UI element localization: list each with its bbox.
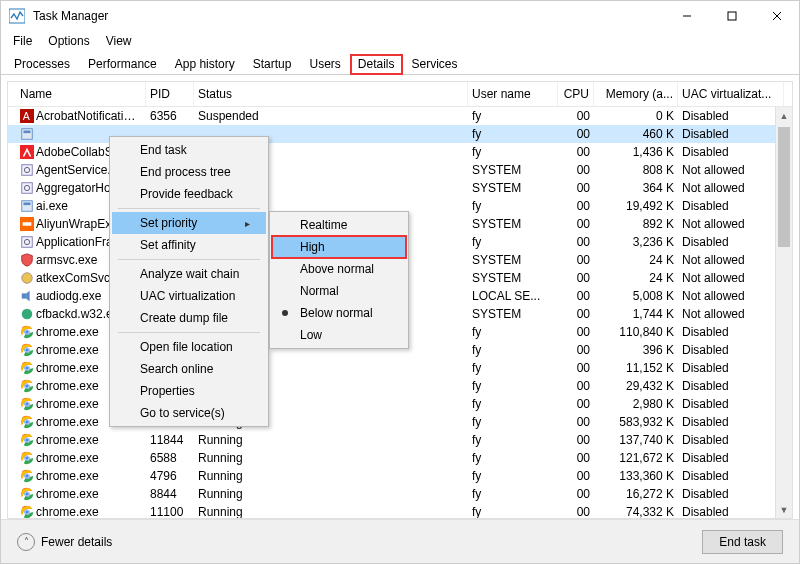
context-item-set-priority[interactable]: Set priority bbox=[112, 212, 266, 234]
table-row[interactable]: chrome.exe11844Runningfy00137,740 KDisab… bbox=[8, 431, 792, 449]
tab-bar: Processes Performance App history Startu… bbox=[1, 51, 799, 75]
context-item-end-task[interactable]: End task bbox=[112, 139, 266, 161]
context-menu[interactable]: End taskEnd process treeProvide feedback… bbox=[109, 136, 269, 427]
context-item-analyze-wait-chain[interactable]: Analyze wait chain bbox=[112, 263, 266, 285]
priority-item-below-normal[interactable]: Below normal bbox=[272, 302, 406, 324]
cell-user: fy bbox=[468, 145, 558, 159]
svg-rect-14 bbox=[22, 201, 33, 212]
cell-cpu: 00 bbox=[558, 289, 594, 303]
header-cpu[interactable]: CPU bbox=[558, 82, 594, 106]
process-icon bbox=[20, 433, 34, 447]
cell-memory: 5,008 K bbox=[594, 289, 678, 303]
scroll-thumb[interactable] bbox=[778, 127, 790, 247]
cell-user: SYSTEM bbox=[468, 307, 558, 321]
context-item-label: End task bbox=[140, 143, 187, 157]
close-button[interactable] bbox=[754, 1, 799, 31]
cell-uac: Disabled bbox=[678, 433, 784, 447]
cell-memory: 110,840 K bbox=[594, 325, 678, 339]
cell-uac: Disabled bbox=[678, 451, 784, 465]
process-name: audiodg.exe bbox=[36, 289, 101, 303]
priority-submenu[interactable]: RealtimeHighAbove normalNormalBelow norm… bbox=[269, 211, 409, 349]
scrollbar[interactable]: ▲ ▼ bbox=[775, 107, 792, 518]
context-item-go-to-service-s-[interactable]: Go to service(s) bbox=[112, 402, 266, 424]
tab-users[interactable]: Users bbox=[300, 53, 349, 74]
cell-cpu: 00 bbox=[558, 271, 594, 285]
table-row[interactable]: chrome.exe6588Runningfy00121,672 KDisabl… bbox=[8, 449, 792, 467]
priority-item-realtime[interactable]: Realtime bbox=[272, 214, 406, 236]
menu-separator bbox=[118, 332, 260, 333]
tab-processes[interactable]: Processes bbox=[5, 53, 79, 74]
context-item-uac-virtualization[interactable]: UAC virtualization bbox=[112, 285, 266, 307]
svg-point-42 bbox=[25, 403, 29, 407]
chevron-up-icon[interactable]: ˄ bbox=[17, 533, 35, 551]
context-item-create-dump-file[interactable]: Create dump file bbox=[112, 307, 266, 329]
tab-services[interactable]: Services bbox=[403, 53, 467, 74]
cell-cpu: 00 bbox=[558, 343, 594, 357]
context-item-provide-feedback[interactable]: Provide feedback bbox=[112, 183, 266, 205]
header-uac[interactable]: UAC virtualizat... bbox=[678, 82, 784, 106]
cell-uac: Disabled bbox=[678, 415, 784, 429]
cell-cpu: 00 bbox=[558, 361, 594, 375]
header-status[interactable]: Status bbox=[194, 82, 468, 106]
process-icon bbox=[20, 163, 34, 177]
process-icon bbox=[20, 289, 34, 303]
context-item-label: UAC virtualization bbox=[140, 289, 235, 303]
cell-memory: 121,672 K bbox=[594, 451, 678, 465]
context-item-label: Set affinity bbox=[140, 238, 196, 252]
cell-uac: Disabled bbox=[678, 343, 784, 357]
cell-uac: Disabled bbox=[678, 235, 784, 249]
context-item-properties[interactable]: Properties bbox=[112, 380, 266, 402]
menu-file[interactable]: File bbox=[5, 32, 40, 50]
cell-cpu: 00 bbox=[558, 127, 594, 141]
header-name[interactable]: Name bbox=[16, 82, 146, 106]
maximize-button[interactable] bbox=[709, 1, 754, 31]
process-icon bbox=[20, 343, 34, 357]
cell-memory: 1,436 K bbox=[594, 145, 678, 159]
menu-options[interactable]: Options bbox=[40, 32, 97, 50]
cell-pid: 8844 bbox=[146, 487, 194, 501]
process-icon bbox=[20, 505, 34, 519]
header-user[interactable]: User name bbox=[468, 82, 558, 106]
cell-user: fy bbox=[468, 415, 558, 429]
priority-item-low[interactable]: Low bbox=[272, 324, 406, 346]
context-item-label: Open file location bbox=[140, 340, 233, 354]
table-row[interactable]: chrome.exe4796Runningfy00133,360 KDisabl… bbox=[8, 467, 792, 485]
process-name: chrome.exe bbox=[36, 451, 99, 465]
menu-view[interactable]: View bbox=[98, 32, 140, 50]
table-row[interactable]: chrome.exe11100Runningfy0074,332 KDisabl… bbox=[8, 503, 792, 519]
cell-user: SYSTEM bbox=[468, 181, 558, 195]
scroll-down-icon[interactable]: ▼ bbox=[776, 501, 792, 518]
window-title: Task Manager bbox=[33, 9, 664, 23]
context-item-end-process-tree[interactable]: End process tree bbox=[112, 161, 266, 183]
tab-app-history[interactable]: App history bbox=[166, 53, 244, 74]
context-item-set-affinity[interactable]: Set affinity bbox=[112, 234, 266, 256]
cell-user: fy bbox=[468, 325, 558, 339]
cell-memory: 19,492 K bbox=[594, 199, 678, 213]
process-name: chrome.exe bbox=[36, 397, 99, 411]
cell-memory: 137,740 K bbox=[594, 433, 678, 447]
priority-item-normal[interactable]: Normal bbox=[272, 280, 406, 302]
context-item-open-file-location[interactable]: Open file location bbox=[112, 336, 266, 358]
header-pid[interactable]: PID bbox=[146, 82, 194, 106]
table-row[interactable]: AAcrobatNotification...6356Suspendedfy00… bbox=[8, 107, 792, 125]
fewer-details-link[interactable]: Fewer details bbox=[41, 535, 112, 549]
column-headers: Name PID Status User name CPU Memory (a.… bbox=[7, 81, 793, 107]
tab-details[interactable]: Details bbox=[350, 54, 403, 75]
cell-status: Running bbox=[194, 451, 468, 465]
minimize-button[interactable] bbox=[664, 1, 709, 31]
table-row[interactable]: chrome.exe8844Runningfy0016,272 KDisable… bbox=[8, 485, 792, 503]
cell-memory: 24 K bbox=[594, 271, 678, 285]
cell-pid: 6588 bbox=[146, 451, 194, 465]
priority-item-high[interactable]: High bbox=[272, 236, 406, 258]
tab-performance[interactable]: Performance bbox=[79, 53, 166, 74]
process-icon bbox=[20, 217, 34, 231]
cell-cpu: 00 bbox=[558, 163, 594, 177]
header-memory[interactable]: Memory (a... bbox=[594, 82, 678, 106]
context-item-search-online[interactable]: Search online bbox=[112, 358, 266, 380]
cell-user: fy bbox=[468, 433, 558, 447]
priority-item-above-normal[interactable]: Above normal bbox=[272, 258, 406, 280]
scroll-up-icon[interactable]: ▲ bbox=[776, 107, 792, 124]
cell-status: Running bbox=[194, 487, 468, 501]
tab-startup[interactable]: Startup bbox=[244, 53, 301, 74]
end-task-button[interactable]: End task bbox=[702, 530, 783, 554]
